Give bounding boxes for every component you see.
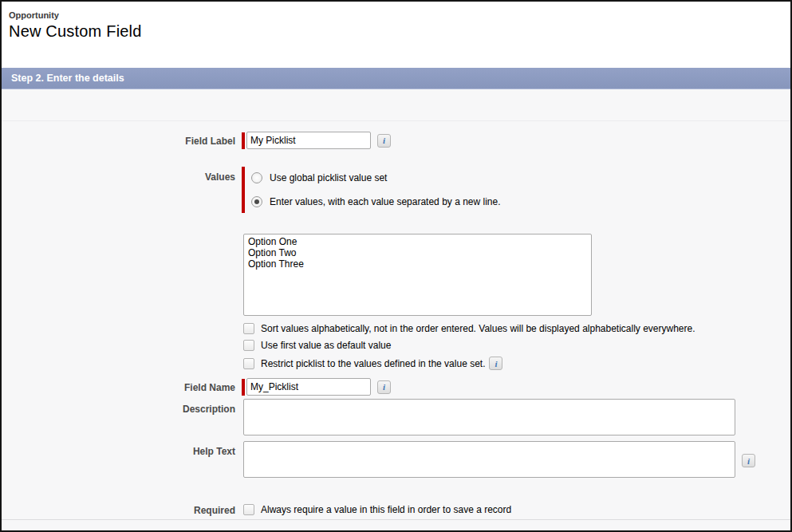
values-label: Values — [205, 171, 235, 183]
radio-label: Enter values, with each value separated … — [270, 196, 501, 207]
checkbox-label: Use first value as default value — [261, 340, 391, 351]
info-icon[interactable]: i — [489, 357, 502, 370]
field-label-row: Field Label i — [2, 132, 790, 149]
first-value-default-checkbox-row[interactable]: Use first value as default value — [243, 340, 391, 351]
radio-label: Use global picklist value set — [270, 172, 387, 183]
required-row: Required Always require a value in this … — [2, 502, 790, 517]
help-text-row: Help Text i — [2, 441, 790, 478]
first-value-default-row: Use first value as default value — [2, 340, 790, 351]
description-textarea[interactable] — [243, 399, 735, 435]
checkbox-icon[interactable] — [243, 358, 254, 369]
restrict-picklist-checkbox-row[interactable]: Restrict picklist to the values defined … — [243, 358, 485, 369]
required-label: Required — [194, 505, 235, 516]
radio-icon[interactable] — [251, 172, 262, 183]
new-custom-field-page: Opportunity New Custom Field Step 2. Ent… — [0, 0, 792, 532]
description-row: Description — [2, 399, 790, 435]
field-label-label: Field Label — [185, 136, 235, 147]
entity-name: Opportunity — [9, 10, 790, 20]
field-name-row: Field Name i — [2, 378, 790, 396]
form-content: Field Label i Values Use global picklist… — [2, 121, 790, 531]
field-name-input[interactable] — [246, 378, 371, 396]
checkbox-icon[interactable] — [243, 340, 254, 351]
radio-enter-values[interactable]: Enter values, with each value separated … — [251, 194, 501, 210]
section-strip — [2, 89, 790, 121]
sort-values-row: Sort values alphabetically, not in the o… — [2, 323, 790, 334]
page-title: New Custom Field — [9, 22, 790, 41]
field-name-label: Field Name — [184, 382, 235, 393]
info-icon[interactable]: i — [742, 454, 755, 467]
checkbox-label: Restrict picklist to the values defined … — [261, 358, 485, 369]
step-header-label: Step 2. Enter the details — [11, 73, 124, 84]
values-textarea-row: Option One Option Two Option Three — [2, 234, 790, 316]
sort-values-checkbox-row[interactable]: Sort values alphabetically, not in the o… — [243, 323, 695, 334]
help-text-label: Help Text — [193, 446, 235, 457]
restrict-picklist-row: Restrict picklist to the values defined … — [2, 357, 790, 370]
required-indicator — [242, 132, 245, 149]
step-header-bar: Step 2. Enter the details — [2, 68, 790, 89]
info-icon[interactable]: i — [377, 134, 391, 148]
checkbox-icon[interactable] — [243, 504, 254, 515]
values-row: Values Use global picklist value set Ent… — [2, 167, 790, 213]
info-icon[interactable]: i — [377, 380, 391, 394]
required-indicator — [242, 379, 245, 396]
always-require-checkbox-row[interactable]: Always require a value in this field in … — [243, 504, 511, 515]
bottom-divider — [2, 519, 790, 520]
checkbox-icon[interactable] — [243, 323, 254, 334]
checkbox-label: Always require a value in this field in … — [261, 504, 511, 515]
values-radio-group: Use global picklist value set Enter valu… — [251, 170, 501, 210]
field-label-input[interactable] — [246, 132, 371, 149]
picklist-values-textarea[interactable]: Option One Option Two Option Three — [243, 234, 592, 316]
radio-use-global-picklist[interactable]: Use global picklist value set — [251, 170, 501, 186]
required-indicator — [242, 167, 245, 213]
description-label: Description — [183, 404, 235, 415]
help-text-textarea[interactable] — [243, 441, 735, 478]
page-header: Opportunity New Custom Field — [2, 2, 790, 68]
checkbox-label: Sort values alphabetically, not in the o… — [261, 323, 695, 334]
radio-selected-icon[interactable] — [251, 196, 262, 207]
